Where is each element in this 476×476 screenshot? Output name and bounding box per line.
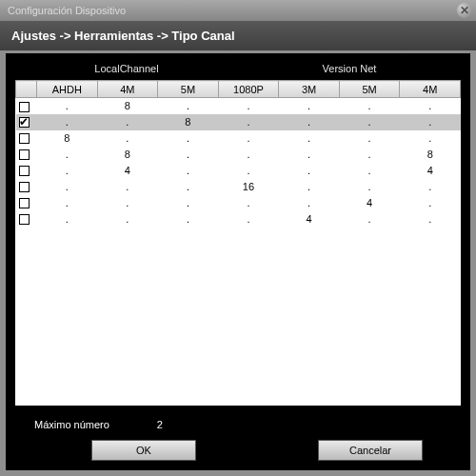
table-cell: 16 <box>218 179 279 195</box>
col-header: 5M <box>158 81 219 98</box>
table-cell: . <box>400 130 461 147</box>
table-row[interactable]: .8....8 <box>16 147 461 163</box>
table-cell: . <box>400 195 461 211</box>
table-cell: . <box>158 98 219 114</box>
table-cell: . <box>218 163 279 179</box>
table-cell: . <box>97 179 158 195</box>
table-cell: . <box>339 211 400 228</box>
table-cell: . <box>400 114 461 130</box>
table-cell: . <box>279 179 340 195</box>
table-cell: . <box>158 179 219 195</box>
table-cell: . <box>279 147 340 163</box>
table-cell: . <box>158 147 219 163</box>
table-row[interactable]: 8...... <box>16 130 461 147</box>
table-cell: . <box>279 130 340 147</box>
table-cell: . <box>400 98 461 114</box>
close-icon[interactable]: ✕ <box>457 3 472 18</box>
checkbox-icon[interactable] <box>19 117 30 128</box>
table-cell: . <box>158 163 219 179</box>
table-cell: . <box>339 179 400 195</box>
table-cell: . <box>37 195 98 211</box>
ok-button[interactable]: OK <box>91 440 196 461</box>
max-number-row: Máximo número 2 <box>15 415 461 440</box>
table-cell: . <box>37 179 98 195</box>
cancel-button[interactable]: Cancelar <box>318 440 423 461</box>
table-cell: . <box>97 195 158 211</box>
max-number-value: 2 <box>157 419 163 430</box>
table-cell: 8 <box>97 98 158 114</box>
table-cell: . <box>97 114 158 130</box>
table-cell: . <box>339 130 400 147</box>
table-cell: . <box>279 163 340 179</box>
table-cell: . <box>158 195 219 211</box>
checkbox-icon[interactable] <box>19 198 30 208</box>
row-checkbox-cell[interactable] <box>16 98 37 114</box>
table-cell: 4 <box>400 163 461 179</box>
table-cell: 4 <box>279 211 340 228</box>
table-cell: 4 <box>339 195 400 211</box>
col-header: AHDH <box>37 81 98 98</box>
table-cell: . <box>218 98 279 114</box>
checkbox-icon[interactable] <box>19 166 30 176</box>
table-cell: . <box>218 114 279 130</box>
table-cell: . <box>339 147 400 163</box>
table-cell: . <box>37 98 98 114</box>
max-number-label: Máximo número <box>34 419 109 430</box>
table-cell: . <box>97 130 158 147</box>
group-header-net: Version Net <box>238 63 461 74</box>
row-checkbox-cell[interactable] <box>16 179 37 195</box>
table-cell: 8 <box>400 147 461 163</box>
row-checkbox-cell[interactable] <box>16 147 37 163</box>
table-cell: . <box>279 98 340 114</box>
table-cell: . <box>158 211 219 228</box>
row-checkbox-cell[interactable] <box>16 114 37 130</box>
table-cell: . <box>339 98 400 114</box>
table-cell: . <box>218 211 279 228</box>
table-header-row: AHDH 4M 5M 1080P 3M 5M 4M <box>16 81 461 98</box>
row-checkbox-cell[interactable] <box>16 163 37 179</box>
col-checkbox <box>16 81 37 98</box>
table-cell: 8 <box>97 147 158 163</box>
table-cell: . <box>218 130 279 147</box>
window-title: Configuración Dispositivo <box>8 5 126 16</box>
table-cell: . <box>279 195 340 211</box>
table-row[interactable]: .8..... <box>16 98 461 114</box>
row-checkbox-cell[interactable] <box>16 195 37 211</box>
dialog-footer: Máximo número 2 OK Cancelar <box>15 406 461 463</box>
row-checkbox-cell[interactable] <box>16 211 37 228</box>
table-row[interactable]: ..8.... <box>16 114 461 130</box>
table-cell: . <box>37 114 98 130</box>
table-cell: 8 <box>37 130 98 147</box>
breadcrumb: Ajustes -> Herramientas -> Tipo Canal <box>0 21 476 50</box>
col-header: 4M <box>400 81 461 98</box>
table-cell: . <box>158 130 219 147</box>
column-group-headers: LocalChannel Version Net <box>15 63 461 74</box>
table-row[interactable]: ...16... <box>16 179 461 195</box>
table-cell: . <box>339 163 400 179</box>
dialog-body: LocalChannel Version Net AHDH 4M 5M 1080… <box>6 53 470 470</box>
table-cell: 8 <box>158 114 219 130</box>
table-cell: . <box>37 211 98 228</box>
table-cell: . <box>339 114 400 130</box>
table-cell: . <box>400 211 461 228</box>
checkbox-icon[interactable] <box>19 182 30 192</box>
checkbox-icon[interactable] <box>19 214 30 225</box>
titlebar: Configuración Dispositivo ✕ <box>0 0 476 21</box>
table-row[interactable]: .4....4 <box>16 163 461 179</box>
checkbox-icon[interactable] <box>19 133 30 144</box>
table-row[interactable]: ....4.. <box>16 211 461 228</box>
table-cell: . <box>37 163 98 179</box>
row-checkbox-cell[interactable] <box>16 130 37 147</box>
dialog-window: Configuración Dispositivo ✕ Ajustes -> H… <box>0 0 476 476</box>
table-cell: . <box>400 179 461 195</box>
table-row[interactable]: .....4. <box>16 195 461 211</box>
table-cell: . <box>218 147 279 163</box>
checkbox-icon[interactable] <box>19 102 30 112</box>
col-header: 1080P <box>218 81 279 98</box>
table-cell: . <box>37 147 98 163</box>
checkbox-icon[interactable] <box>19 149 30 160</box>
channel-table: AHDH 4M 5M 1080P 3M 5M 4M .8.......8....… <box>15 80 461 406</box>
table-cell: 4 <box>97 163 158 179</box>
col-header: 5M <box>339 81 400 98</box>
table-cell: . <box>97 211 158 228</box>
